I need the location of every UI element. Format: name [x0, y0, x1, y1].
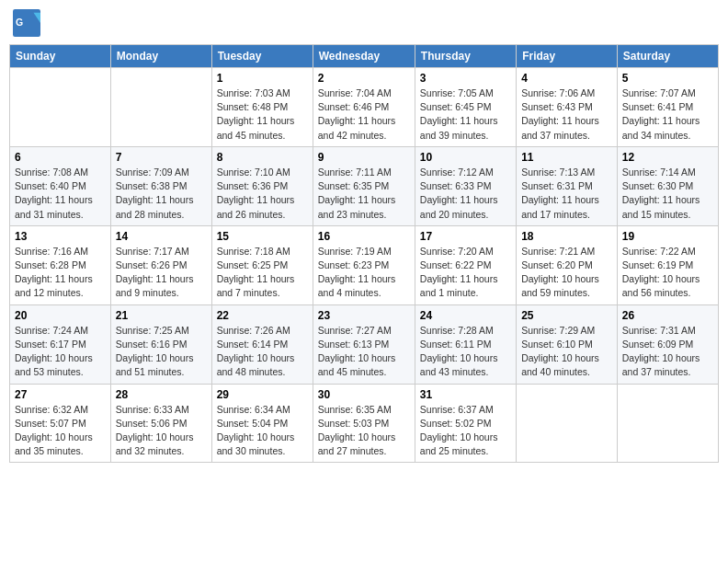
day-info: Sunrise: 7:05 AMSunset: 6:45 PMDaylight:… [420, 86, 511, 143]
day-number: 8 [217, 151, 308, 164]
day-cell: 27Sunrise: 6:32 AMSunset: 5:07 PMDayligh… [10, 384, 111, 463]
day-info: Sunrise: 7:22 AMSunset: 6:19 PMDaylight:… [622, 245, 713, 301]
day-cell: 20Sunrise: 7:24 AMSunset: 6:17 PMDayligh… [10, 304, 111, 384]
day-cell: 6Sunrise: 7:08 AMSunset: 6:40 PMDaylight… [10, 146, 111, 225]
day-cell: 3Sunrise: 7:05 AMSunset: 6:45 PMDaylight… [415, 68, 516, 147]
day-number: 13 [15, 230, 106, 243]
day-number: 31 [420, 388, 511, 401]
day-info: Sunrise: 7:29 AMSunset: 6:10 PMDaylight:… [521, 324, 612, 380]
day-cell: 18Sunrise: 7:21 AMSunset: 6:20 PMDayligh… [517, 225, 618, 304]
day-info: Sunrise: 7:31 AMSunset: 6:09 PMDaylight:… [622, 324, 713, 380]
day-number: 15 [217, 230, 308, 243]
day-cell: 16Sunrise: 7:19 AMSunset: 6:23 PMDayligh… [313, 225, 415, 304]
day-info: Sunrise: 7:07 AMSunset: 6:41 PMDaylight:… [622, 86, 713, 143]
day-info: Sunrise: 7:10 AMSunset: 6:36 PMDaylight:… [217, 166, 308, 222]
day-info: Sunrise: 7:20 AMSunset: 6:22 PMDaylight:… [420, 245, 511, 301]
logo-icon: G [13, 9, 40, 37]
day-info: Sunrise: 6:37 AMSunset: 5:02 PMDaylight:… [420, 403, 511, 459]
day-cell: 1Sunrise: 7:03 AMSunset: 6:48 PMDaylight… [211, 68, 313, 147]
day-number: 2 [318, 72, 410, 85]
day-cell: 26Sunrise: 7:31 AMSunset: 6:09 PMDayligh… [617, 304, 718, 384]
day-cell: 2Sunrise: 7:04 AMSunset: 6:46 PMDaylight… [313, 68, 415, 147]
col-header-sunday: Sunday [10, 45, 111, 68]
day-cell: 30Sunrise: 6:35 AMSunset: 5:03 PMDayligh… [313, 384, 415, 463]
day-cell: 22Sunrise: 7:26 AMSunset: 6:14 PMDayligh… [211, 304, 313, 384]
day-info: Sunrise: 7:27 AMSunset: 6:13 PMDaylight:… [318, 324, 410, 380]
day-info: Sunrise: 7:14 AMSunset: 6:30 PMDaylight:… [622, 166, 713, 222]
day-cell: 24Sunrise: 7:28 AMSunset: 6:11 PMDayligh… [415, 304, 516, 384]
day-cell: 11Sunrise: 7:13 AMSunset: 6:31 PMDayligh… [517, 146, 618, 225]
day-number: 25 [521, 309, 612, 322]
col-header-thursday: Thursday [415, 45, 516, 68]
logo: G [13, 9, 44, 37]
day-cell: 4Sunrise: 7:06 AMSunset: 6:43 PMDaylight… [517, 68, 618, 147]
day-info: Sunrise: 7:28 AMSunset: 6:11 PMDaylight:… [420, 324, 511, 380]
day-cell [517, 384, 618, 463]
day-cell: 10Sunrise: 7:12 AMSunset: 6:33 PMDayligh… [415, 146, 516, 225]
day-info: Sunrise: 7:09 AMSunset: 6:38 PMDaylight:… [116, 166, 207, 222]
col-header-saturday: Saturday [617, 45, 718, 68]
day-cell: 15Sunrise: 7:18 AMSunset: 6:25 PMDayligh… [211, 225, 313, 304]
svg-text:G: G [16, 17, 23, 28]
week-row-2: 6Sunrise: 7:08 AMSunset: 6:40 PMDaylight… [10, 146, 719, 225]
col-header-friday: Friday [517, 45, 618, 68]
day-number: 17 [420, 230, 511, 243]
day-number: 23 [318, 309, 410, 322]
day-cell: 17Sunrise: 7:20 AMSunset: 6:22 PMDayligh… [415, 225, 516, 304]
day-info: Sunrise: 7:13 AMSunset: 6:31 PMDaylight:… [521, 166, 612, 222]
day-cell: 29Sunrise: 6:34 AMSunset: 5:04 PMDayligh… [211, 384, 313, 463]
day-number: 9 [318, 151, 410, 164]
day-info: Sunrise: 7:19 AMSunset: 6:23 PMDaylight:… [318, 245, 410, 301]
day-info: Sunrise: 6:34 AMSunset: 5:04 PMDaylight:… [217, 403, 308, 459]
day-info: Sunrise: 7:18 AMSunset: 6:25 PMDaylight:… [217, 245, 308, 301]
day-number: 12 [622, 151, 713, 164]
page-header: G [9, 9, 719, 37]
day-number: 21 [116, 309, 207, 322]
day-info: Sunrise: 7:08 AMSunset: 6:40 PMDaylight:… [15, 166, 106, 222]
day-number: 30 [318, 388, 410, 401]
day-cell: 7Sunrise: 7:09 AMSunset: 6:38 PMDaylight… [110, 146, 211, 225]
day-number: 10 [420, 151, 511, 164]
week-row-1: 1Sunrise: 7:03 AMSunset: 6:48 PMDaylight… [10, 68, 719, 147]
day-cell [110, 68, 211, 147]
day-info: Sunrise: 7:06 AMSunset: 6:43 PMDaylight:… [521, 86, 612, 143]
day-info: Sunrise: 7:11 AMSunset: 6:35 PMDaylight:… [318, 166, 410, 222]
day-cell: 9Sunrise: 7:11 AMSunset: 6:35 PMDaylight… [313, 146, 415, 225]
day-info: Sunrise: 7:24 AMSunset: 6:17 PMDaylight:… [15, 324, 106, 380]
day-cell: 25Sunrise: 7:29 AMSunset: 6:10 PMDayligh… [517, 304, 618, 384]
day-info: Sunrise: 7:03 AMSunset: 6:48 PMDaylight:… [217, 86, 308, 143]
day-cell: 23Sunrise: 7:27 AMSunset: 6:13 PMDayligh… [313, 304, 415, 384]
day-cell: 19Sunrise: 7:22 AMSunset: 6:19 PMDayligh… [617, 225, 718, 304]
col-header-monday: Monday [110, 45, 211, 68]
calendar-header-row: SundayMondayTuesdayWednesdayThursdayFrid… [10, 45, 719, 68]
day-number: 27 [15, 388, 106, 401]
day-number: 22 [217, 309, 308, 322]
day-cell: 28Sunrise: 6:33 AMSunset: 5:06 PMDayligh… [110, 384, 211, 463]
day-cell: 12Sunrise: 7:14 AMSunset: 6:30 PMDayligh… [617, 146, 718, 225]
day-number: 3 [420, 72, 511, 85]
day-info: Sunrise: 7:17 AMSunset: 6:26 PMDaylight:… [116, 245, 207, 301]
day-number: 14 [116, 230, 207, 243]
day-cell: 21Sunrise: 7:25 AMSunset: 6:16 PMDayligh… [110, 304, 211, 384]
day-cell [10, 68, 111, 147]
day-number: 4 [521, 72, 612, 85]
day-number: 5 [622, 72, 713, 85]
day-info: Sunrise: 7:16 AMSunset: 6:28 PMDaylight:… [15, 245, 106, 301]
day-info: Sunrise: 6:35 AMSunset: 5:03 PMDaylight:… [318, 403, 410, 459]
day-number: 1 [217, 72, 308, 85]
col-header-wednesday: Wednesday [313, 45, 415, 68]
day-cell: 14Sunrise: 7:17 AMSunset: 6:26 PMDayligh… [110, 225, 211, 304]
day-number: 11 [521, 151, 612, 164]
day-info: Sunrise: 6:32 AMSunset: 5:07 PMDaylight:… [15, 403, 106, 459]
day-cell: 31Sunrise: 6:37 AMSunset: 5:02 PMDayligh… [415, 384, 516, 463]
day-info: Sunrise: 7:12 AMSunset: 6:33 PMDaylight:… [420, 166, 511, 222]
day-info: Sunrise: 6:33 AMSunset: 5:06 PMDaylight:… [116, 403, 207, 459]
day-info: Sunrise: 7:25 AMSunset: 6:16 PMDaylight:… [116, 324, 207, 380]
day-number: 20 [15, 309, 106, 322]
day-number: 16 [318, 230, 410, 243]
day-number: 6 [15, 151, 106, 164]
week-row-4: 20Sunrise: 7:24 AMSunset: 6:17 PMDayligh… [10, 304, 719, 384]
day-number: 24 [420, 309, 511, 322]
day-number: 19 [622, 230, 713, 243]
day-number: 28 [116, 388, 207, 401]
